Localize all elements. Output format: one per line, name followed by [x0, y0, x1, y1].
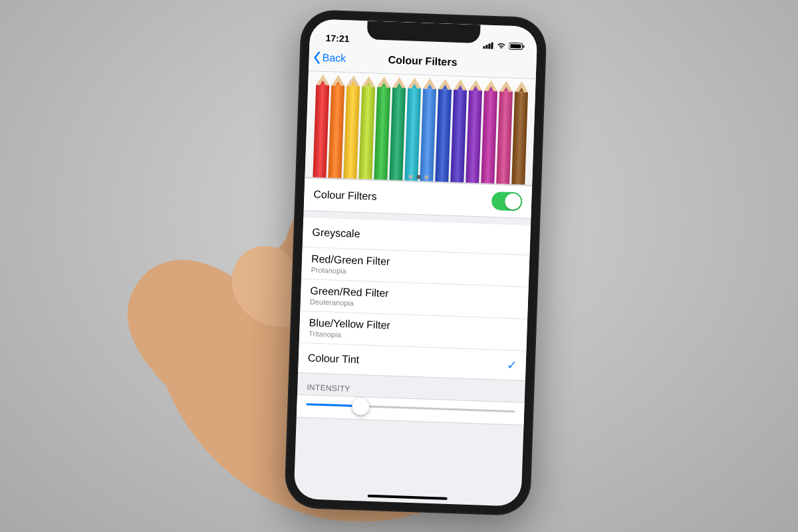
svg-rect-5 [510, 44, 521, 49]
wifi-icon [496, 42, 506, 50]
page-dot[interactable] [424, 175, 428, 179]
page-indicator[interactable] [408, 175, 428, 180]
status-time: 17:21 [325, 33, 349, 44]
svg-rect-3 [491, 43, 493, 49]
filter-options-group: GreyscaleRed/Green FilterProtanopiaGreen… [298, 217, 531, 381]
svg-rect-0 [483, 46, 485, 49]
filter-title: Greyscale [312, 227, 360, 241]
colour-filters-switch[interactable] [491, 192, 523, 211]
intensity-slider[interactable] [306, 403, 515, 412]
pencil [511, 81, 529, 186]
page-dot[interactable] [416, 175, 420, 179]
phone-frame: 17:21 Back [284, 9, 547, 516]
toggle-label: Colour Filters [313, 189, 377, 203]
pencil-preview[interactable] [305, 71, 535, 186]
cellular-signal-icon [483, 41, 493, 49]
notch [367, 21, 481, 43]
back-label: Back [322, 52, 346, 65]
slider-thumb[interactable] [352, 397, 370, 415]
battery-icon [509, 43, 525, 51]
svg-rect-6 [523, 45, 524, 48]
page-dot[interactable] [408, 175, 412, 179]
checkmark-icon: ✓ [506, 358, 517, 373]
svg-rect-2 [488, 44, 490, 49]
back-button[interactable]: Back [313, 44, 346, 72]
chevron-left-icon [313, 51, 321, 64]
switch-knob [505, 194, 521, 210]
phone-screen: 17:21 Back [294, 19, 538, 506]
filter-title: Colour Tint [308, 352, 360, 366]
svg-rect-1 [485, 45, 487, 49]
nav-title: Colour Filters [388, 54, 458, 68]
home-indicator[interactable] [368, 495, 448, 500]
